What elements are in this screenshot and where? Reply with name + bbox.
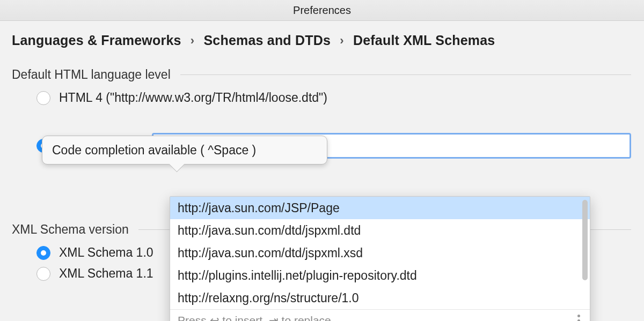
- radio-xml-schema-1-0[interactable]: [36, 246, 50, 260]
- code-completion-tooltip: Code completion available ( ^Space ): [42, 136, 327, 165]
- autocomplete-item[interactable]: http://plugins.intellij.net/plugin-repos…: [170, 264, 590, 287]
- radio-html4[interactable]: [36, 91, 50, 105]
- section-title: XML Schema version: [12, 222, 129, 237]
- radio-label: HTML 4 ("http://www.w3.org/TR/html4/loos…: [59, 91, 327, 105]
- radio-label: XML Schema 1.1: [59, 266, 153, 281]
- autocomplete-popup: http://java.sun.com/JSP/Page http://java…: [170, 196, 590, 321]
- hint-text: Press: [178, 314, 210, 321]
- chevron-right-icon: ›: [191, 34, 195, 47]
- section-header-html-level: Default HTML language level: [12, 68, 631, 82]
- breadcrumb-item[interactable]: Schemas and DTDs: [203, 33, 331, 48]
- breadcrumb-item[interactable]: Default XML Schemas: [353, 33, 495, 48]
- more-options-icon[interactable]: [577, 315, 580, 322]
- autocomplete-item[interactable]: http://java.sun.com/dtd/jspxml.xsd: [170, 242, 590, 264]
- hint-text: to replace: [279, 314, 331, 321]
- section-title: Default HTML language level: [12, 68, 171, 82]
- radio-xml-schema-1-1[interactable]: [36, 267, 50, 281]
- autocomplete-item[interactable]: http://java.sun.com/dtd/jspxml.dtd: [170, 219, 590, 242]
- divider: [180, 74, 631, 75]
- enter-key-icon: ↩: [210, 314, 219, 321]
- tab-key-icon: ⇥: [269, 314, 279, 321]
- autocomplete-item[interactable]: http://java.sun.com/JSP/Page: [170, 197, 590, 219]
- hint-text: to insert,: [219, 314, 269, 321]
- autocomplete-hint: Press ↩ to insert, ⇥ to replace: [170, 309, 590, 321]
- autocomplete-item[interactable]: http://relaxng.org/ns/structure/1.0: [170, 287, 590, 309]
- radio-label: XML Schema 1.0: [59, 245, 153, 260]
- window-title: Preferences: [0, 0, 644, 21]
- breadcrumb-item[interactable]: Languages & Frameworks: [12, 33, 181, 48]
- breadcrumb: Languages & Frameworks › Schemas and DTD…: [12, 33, 631, 48]
- scrollbar[interactable]: [582, 200, 588, 280]
- chevron-right-icon: ›: [340, 34, 344, 47]
- tooltip-text: Code completion available ( ^Space ): [52, 143, 256, 158]
